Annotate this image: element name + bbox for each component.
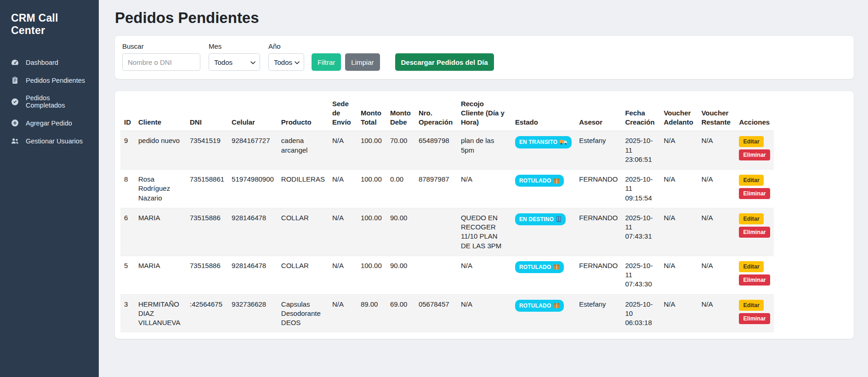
cell-nro-operacion: 87897987	[415, 170, 457, 208]
cell-estado: ROTULADO	[511, 294, 575, 332]
cell-voucher-restante: N/A	[698, 170, 735, 208]
cell-monto-total: 100.00	[357, 256, 386, 294]
orders-table-body: 9 pedido nuevo 73541519 9284167727 caden…	[120, 131, 774, 333]
delete-button[interactable]: Eliminar	[739, 274, 770, 286]
sidebar-item-pedidos-pendientes[interactable]: Pedidos Pendientes	[0, 71, 99, 89]
search-label: Buscar	[122, 42, 200, 50]
status-badge: ROTULADO	[515, 300, 564, 312]
cell-acciones: Editar Eliminar	[735, 256, 773, 294]
package-icon	[554, 264, 560, 270]
cell-asesor: Estefany	[575, 131, 621, 170]
package-icon	[554, 303, 560, 308]
month-select[interactable]: Todos	[209, 53, 260, 71]
delete-button[interactable]: Eliminar	[739, 149, 770, 160]
cell-voucher-restante: N/A	[698, 131, 735, 170]
clipboard-icon	[11, 76, 19, 84]
cell-dni: 73515886	[186, 256, 228, 294]
plus-circle-icon	[11, 119, 19, 127]
app-root: CRM Call Center Dashboard Pedidos Pendie…	[0, 0, 868, 377]
main-content: Pedidos Pendientes Buscar Mes Todos Año	[99, 0, 868, 377]
cell-estado: ROTULADO	[511, 256, 575, 294]
cell-fecha-creacion: 2025-10-11 09:15:54	[621, 170, 660, 208]
column-header-monto-debe: Monto Debe	[386, 96, 415, 131]
search-input[interactable]	[122, 53, 200, 71]
truck-icon	[560, 139, 567, 145]
cell-nro-operacion: 65489798	[415, 131, 457, 170]
month-filter-group: Mes Todos	[209, 42, 260, 71]
cell-dni: 735158861	[186, 170, 228, 208]
sidebar-item-gestionar-usuarios[interactable]: Gestionar Usuarios	[0, 132, 99, 150]
filter-button[interactable]: Filtrar	[312, 53, 341, 71]
edit-button[interactable]: Editar	[739, 261, 763, 272]
sidebar-item-agregar-pedido[interactable]: Agregar Pedido	[0, 114, 99, 132]
column-header-nro-operacion: Nro. Operación	[415, 96, 457, 131]
edit-button[interactable]: Editar	[739, 136, 763, 147]
cell-cliente: Rosa Rodríguez Nazario	[135, 170, 186, 208]
cell-dni: :42564675	[186, 294, 228, 332]
users-icon	[11, 137, 19, 145]
status-badge-label: EN TRANSITO	[519, 138, 557, 146]
sidebar-item-dashboard[interactable]: Dashboard	[0, 53, 99, 71]
cell-recojo-cliente: plan de las 5pm	[457, 131, 511, 170]
delete-button[interactable]: Eliminar	[739, 188, 770, 199]
column-header-dni: DNI	[186, 96, 228, 131]
cell-id: 6	[120, 208, 135, 256]
cell-monto-total: 100.00	[357, 170, 386, 208]
orders-table-card: ID Cliente DNI Celular Producto Sede de …	[115, 91, 854, 339]
download-orders-button[interactable]: Descargar Pedidos del Día	[395, 53, 494, 71]
column-header-recojo-cliente: Recojo Cliente (Día y Hora)	[457, 96, 511, 131]
cell-asesor: FERNANDO	[575, 256, 621, 294]
cell-producto: Capsulas Desodorante DEOS	[278, 294, 329, 332]
column-header-estado: Estado	[511, 96, 575, 131]
cell-nro-operacion	[415, 256, 457, 294]
clear-button[interactable]: Limpiar	[345, 53, 380, 71]
column-header-celular: Celular	[228, 96, 278, 131]
cell-id: 8	[120, 170, 135, 208]
status-badge: EN DESTINO	[515, 213, 566, 225]
cell-asesor: FERNANDO	[575, 170, 621, 208]
sidebar: CRM Call Center Dashboard Pedidos Pendie…	[0, 0, 99, 377]
cell-sede-envio: N/A	[329, 170, 357, 208]
column-header-id: ID	[120, 96, 135, 131]
cell-cliente: MARIA	[135, 208, 186, 256]
cell-estado: EN DESTINO	[511, 208, 575, 256]
edit-button[interactable]: Editar	[739, 300, 763, 311]
cell-id: 5	[120, 256, 135, 294]
cell-celular: 51974980900	[228, 170, 278, 208]
cell-fecha-creacion: 2025-10-11 23:06:51	[621, 131, 660, 170]
dashboard-icon	[11, 58, 19, 66]
table-row: 3 HERMITAÑO DIAZ VILLANUEVA :42564675 93…	[120, 294, 774, 332]
column-header-voucher-adelanto: Voucher Adelanto	[660, 96, 698, 131]
month-select-value: Todos	[214, 58, 233, 66]
sidebar-item-label: Dashboard	[26, 59, 58, 66]
cell-producto: RODILLERAS	[278, 170, 329, 208]
sidebar-item-pedidos-completados[interactable]: Pedidos Completados	[0, 89, 99, 114]
column-header-producto: Producto	[278, 96, 329, 131]
year-select-value: Todos	[274, 58, 292, 66]
edit-button[interactable]: Editar	[739, 175, 763, 186]
sidebar-item-label: Pedidos Completados	[26, 94, 88, 109]
filter-buttons: Filtrar Limpiar Descargar Pedidos del Dí…	[312, 53, 494, 71]
sidebar-item-label: Agregar Pedido	[26, 120, 72, 127]
delete-button[interactable]: Eliminar	[739, 313, 770, 324]
year-select[interactable]: Todos	[268, 53, 304, 71]
table-header-row: ID Cliente DNI Celular Producto Sede de …	[120, 96, 774, 131]
table-row: 9 pedido nuevo 73541519 9284167727 caden…	[120, 131, 774, 170]
cell-celular: 928146478	[228, 256, 278, 294]
cell-dni: 73541519	[186, 131, 228, 170]
table-row: 6 MARIA 73515886 928146478 COLLAR N/A 10…	[120, 208, 774, 256]
cell-acciones: Editar Eliminar	[735, 170, 773, 208]
edit-button[interactable]: Editar	[739, 213, 763, 224]
status-badge: EN TRANSITO	[515, 136, 572, 148]
cell-recojo-cliente: N/A	[457, 256, 511, 294]
delete-button[interactable]: Eliminar	[739, 227, 770, 238]
year-filter-group: Año Todos	[268, 42, 304, 71]
sidebar-item-label: Pedidos Pendientes	[26, 77, 85, 84]
cell-celular: 932736628	[228, 294, 278, 332]
cell-voucher-restante: N/A	[698, 256, 735, 294]
status-badge-label: EN DESTINO	[519, 216, 554, 223]
package-icon	[554, 178, 560, 184]
check-circle-icon	[11, 98, 19, 106]
cell-voucher-restante: N/A	[698, 208, 735, 256]
page-title: Pedidos Pendientes	[115, 9, 854, 27]
